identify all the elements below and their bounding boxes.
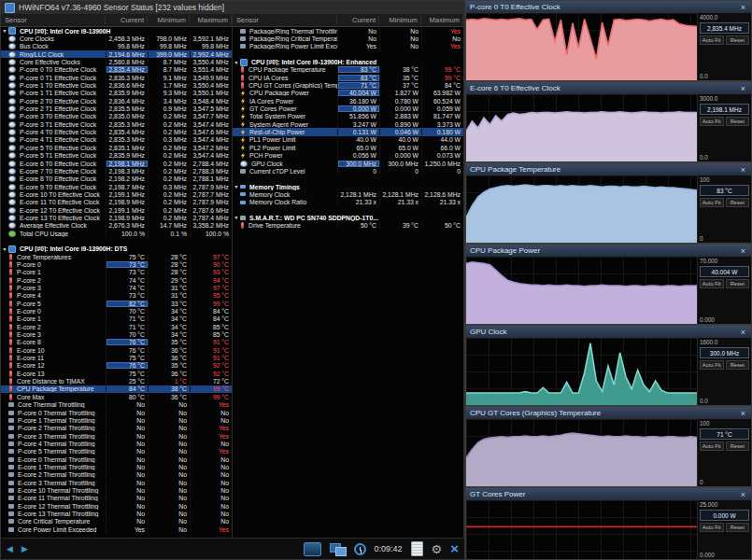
sensor-row[interactable]: Core Distance to TjMAX25 °C1 °C72 °C — [1, 377, 232, 385]
sensor-row[interactable]: E-core 876 °C35 °C91 °C — [1, 339, 232, 346]
sensor-group-header[interactable]: ▾CPU [#0]: Intel Core i9-13900H: Enhance… — [233, 58, 463, 65]
sensor-row[interactable]: E-core 1276 °C35 °C92 °C — [1, 362, 232, 370]
graph-close-icon[interactable]: × — [739, 3, 747, 12]
graph-close-icon[interactable]: × — [739, 84, 747, 93]
column-current[interactable]: Current — [337, 16, 379, 24]
graph-close-icon[interactable]: × — [739, 490, 747, 499]
sensor-row[interactable]: P-core 3 Thermal ThrottlingNoNoYes — [1, 432, 232, 440]
sensor-row[interactable]: E-core 13 T0 Effective Clock2,198.9 MHz0… — [1, 214, 232, 221]
sensor-row[interactable]: P-core 2 T1 Effective Clock2,835.5 MHz0.… — [1, 105, 232, 112]
graph-close-icon[interactable]: × — [739, 328, 747, 337]
column-sensor[interactable]: Sensor — [1, 16, 106, 24]
reset-button[interactable]: Reset — [726, 35, 750, 45]
sensor-row[interactable]: CPU Package Temperature84 °C38 °C99 °C — [1, 385, 232, 393]
reset-button[interactable]: Reset — [726, 523, 750, 532]
layout-windows-icon[interactable] — [330, 543, 346, 555]
sensor-row[interactable]: P-core 0 T0 Effective Clock2,835.4 MHz8.… — [1, 66, 232, 74]
reset-button[interactable]: Reset — [726, 360, 750, 370]
autofit-button[interactable]: Auto Fit — [700, 35, 724, 45]
sensor-row[interactable]: P-core 0 T1 Effective Clock2,836.3 MHz9.… — [1, 74, 232, 81]
sensor-group-header[interactable]: ▾CPU [#0]: Intel Core i9-13900H: DTS — [1, 245, 232, 253]
column-sensor[interactable]: Sensor — [233, 16, 337, 24]
expand-arrow-icon[interactable]: ▾ — [233, 215, 240, 220]
sensor-row[interactable]: PCH Power0.056 W0.000 W0.073 W — [233, 152, 463, 160]
sensor-row[interactable]: Core Thermal ThrottlingNoNoYes — [1, 401, 232, 409]
sensor-row[interactable]: PL1 Power Limit40.0 W40.0 W44.0 W — [233, 136, 463, 144]
monitor-icon[interactable] — [304, 542, 321, 556]
expand-arrow-icon[interactable]: ▾ — [233, 60, 240, 65]
reset-button[interactable]: Reset — [726, 117, 750, 126]
sensor-row[interactable]: Rest-of-Chip Power0.131 W0.046 W0.180 W — [233, 128, 463, 135]
sensor-row[interactable]: Core Critical TemperatureNoNoNo — [1, 518, 232, 525]
sensor-row[interactable]: CPU Package Temperature83 °C38 °C99 °C — [233, 66, 463, 74]
sensor-row[interactable]: P-core 3 T1 Effective Clock2,835.3 MHz0.… — [1, 120, 232, 128]
sensor-row[interactable]: P-core 5 Thermal ThrottlingNoNoYes — [1, 448, 232, 455]
graph-titlebar[interactable]: CPU Package Temperature× — [466, 163, 751, 175]
sensor-row[interactable]: Package/Ring Power Limit ExceededYesNoYe… — [233, 43, 463, 50]
nav-right-icon[interactable]: ▶ — [21, 544, 28, 553]
sensor-row[interactable]: GPU Clock300.0 MHz300.0 MHz1,250.0 MHz — [233, 160, 463, 167]
close-icon[interactable]: × — [450, 542, 459, 555]
reset-button[interactable]: Reset — [726, 441, 750, 451]
graph-titlebar[interactable]: P-core 0 T0 Effective Clock× — [466, 1, 751, 13]
sensor-row[interactable]: E-core 7 T0 Effective Clock2,198.3 MHz0.… — [1, 167, 232, 175]
sensor-row[interactable]: P-core 0 Thermal ThrottlingNoNoNo — [1, 409, 232, 416]
nav-left-icon[interactable]: ◀ — [7, 544, 13, 553]
autofit-button[interactable]: Auto Fit — [700, 360, 724, 370]
sensor-row[interactable]: Core Max80 °C36 °C99 °C — [1, 393, 232, 400]
autofit-button[interactable]: Auto Fit — [700, 279, 724, 288]
sensor-row[interactable]: P-core 3 T0 Effective Clock2,835.0 MHz0.… — [1, 113, 232, 120]
sensor-row[interactable]: IA Cores Power36.180 W0.780 W60.524 W — [233, 97, 463, 105]
sensor-row[interactable]: Drive Temperature50 °C39 °C50 °C — [233, 222, 463, 230]
sensor-row[interactable]: P-core 4 T0 Effective Clock2,835.4 MHz0.… — [1, 128, 232, 135]
sensor-row[interactable]: E-core 370 °C34 °C85 °C — [1, 330, 232, 338]
graph-titlebar[interactable]: CPU GT Cores (Graphics) Temperature× — [466, 407, 751, 419]
graph-close-icon[interactable]: × — [739, 246, 747, 256]
graph-titlebar[interactable]: GT Cores Power× — [466, 488, 751, 500]
sensor-row[interactable]: CPU IA Cores83 °C35 °C99 °C — [233, 74, 463, 81]
sensor-row[interactable]: E-core 1375 °C36 °C92 °C — [1, 370, 232, 377]
sensor-row[interactable]: P-core 5 T0 Effective Clock2,835.1 MHz0.… — [1, 144, 232, 151]
sensor-row[interactable]: P-core 4 Thermal ThrottlingNoNoNo — [1, 440, 232, 447]
expand-arrow-icon[interactable]: ▾ — [233, 184, 240, 189]
autofit-button[interactable]: Auto Fit — [700, 117, 724, 126]
sensor-row[interactable]: E-core 1175 °C36 °C91 °C — [1, 354, 232, 361]
sensor-row[interactable]: E-core 13 Thermal ThrottlingNoNoNo — [1, 510, 232, 517]
sensor-row[interactable]: P-core 1 Thermal ThrottlingNoNoNo — [1, 416, 232, 424]
autofit-button[interactable]: Auto Fit — [700, 523, 724, 532]
autofit-button[interactable]: Auto Fit — [700, 441, 724, 451]
graph-titlebar[interactable]: CPU Package Power× — [466, 245, 751, 257]
sensor-row[interactable]: E-core 11 T0 Effective Clock2,198.9 MHz0… — [1, 199, 232, 206]
sensor-row[interactable]: E-core 3 Thermal ThrottlingNoNoNo — [1, 479, 232, 486]
settings-gear-icon[interactable]: ⚙ — [432, 543, 443, 555]
sensor-row[interactable]: E-core 12 T0 Effective Clock2,199.1 MHz0… — [1, 206, 232, 214]
sensor-row[interactable]: System Agent Power3.247 W0.890 W3.373 W — [233, 120, 463, 128]
sensor-group-header[interactable]: ▾Memory Timings — [233, 183, 463, 190]
sensor-row[interactable]: E-core 271 °C34 °C85 °C — [1, 323, 232, 330]
sensor-row[interactable]: Ring/LLC Clock2,194.6 MHz399.0 MHz2,992.… — [1, 50, 232, 58]
sensor-row[interactable]: P-core 2 T0 Effective Clock2,836.4 MHz3.… — [1, 97, 232, 105]
sensor-row[interactable]: Total System Power51.856 W2.883 W81.747 … — [233, 113, 463, 120]
sensor-row[interactable]: P-core 073 °C28 °C90 °C — [1, 260, 232, 268]
sensor-row[interactable]: PL2 Power Limit65.0 W65.0 W66.0 W — [233, 144, 463, 151]
sensor-group-header[interactable]: ▾CPU [#0]: Intel Core i9-13900H — [1, 27, 232, 35]
sensor-row[interactable]: E-core 11 Thermal ThrottlingNoNoNo — [1, 495, 232, 502]
sensor-row[interactable]: P-core 1 T0 Effective Clock2,836.6 MHz1.… — [1, 81, 232, 89]
column-current[interactable]: Current — [106, 16, 148, 24]
sensor-row[interactable]: Package/Ring Critical TemperatureNoNoNo — [233, 35, 463, 42]
sensor-row[interactable]: E-core 12 Thermal ThrottlingNoNoNo — [1, 502, 232, 510]
report-icon[interactable] — [411, 541, 423, 556]
sensor-group-header[interactable]: ▾S.M.A.R.T.: WD PC SN740 SDDPNQD-1T0... — [233, 214, 463, 221]
column-minimum[interactable]: Minimum — [148, 16, 190, 24]
expand-arrow-icon[interactable]: ▾ — [1, 28, 8, 34]
sensor-row[interactable]: P-core 2 Thermal ThrottlingNoNoYes — [1, 425, 232, 432]
graph-close-icon[interactable]: × — [739, 409, 747, 418]
sensor-row[interactable]: P-core 1 T1 Effective Clock2,835.9 MHz9.… — [1, 90, 232, 97]
sensor-row[interactable]: Core Effective Clocks2,580.8 MHz8.7 MHz3… — [1, 58, 232, 65]
sensor-row[interactable]: Bus Clock99.8 MHz99.8 MHz99.8 MHz — [1, 43, 232, 50]
sensor-row[interactable]: Total CPU Usage100.0 %0.1 %100.0 % — [1, 230, 232, 237]
sensor-row[interactable]: GT Cores Power0.000 W0.000 W0.059 W — [233, 105, 463, 112]
sensor-row[interactable]: Package/Ring Thermal ThrottlingNoNoYes — [233, 27, 463, 35]
sensor-row[interactable]: E-core 171 °C34 °C84 °C — [1, 315, 232, 323]
sensor-row[interactable]: P-core 4 T1 Effective Clock2,835.3 MHz0.… — [1, 136, 232, 144]
